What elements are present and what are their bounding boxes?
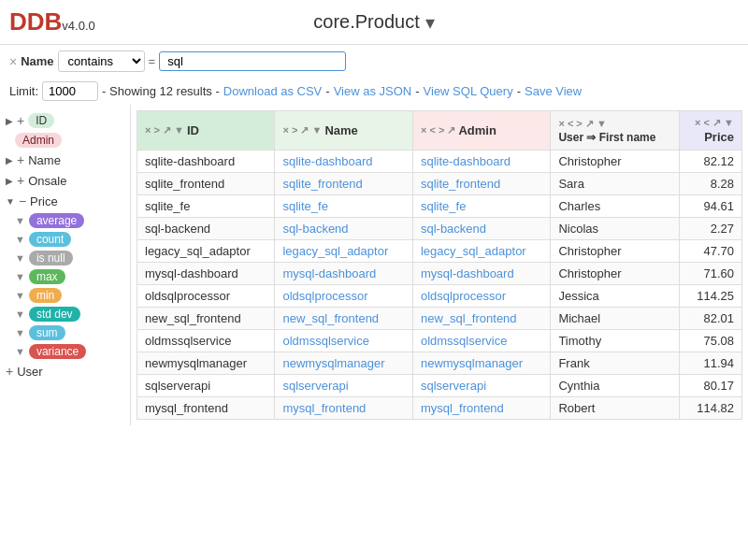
sidebar-price-stddev[interactable]: ▼ std dev [9,305,130,323]
cell-name[interactable]: legacy_sql_adaptor [275,240,412,263]
cell-admin[interactable]: oldsqlprocessor [412,285,550,308]
cell-admin[interactable]: oldmssqlservice [412,330,550,352]
table-row[interactable]: sqlite_fe sqlite_fe sqlite_fe Charles 94… [137,195,742,218]
cell-id: sql-backend [137,218,275,240]
col-price-sort-controls[interactable]: × < ↗ ▼ [695,117,734,129]
filter-value-input[interactable] [159,51,346,71]
sidebar-price-average[interactable]: ▼ average [9,211,130,230]
filter-field-label: Name [21,54,53,68]
view-sql-link[interactable]: View SQL Query [424,84,513,98]
filter-remove-icon[interactable]: × [9,54,17,69]
filter-operator-select[interactable]: contains equals starts with ends with is… [58,50,145,72]
sidebar-expand-name[interactable]: ▶ [6,155,13,165]
cell-admin[interactable]: newmysqlmanager [412,352,550,375]
cell-user-first: Timothy [551,330,680,352]
cell-admin[interactable]: legacy_sql_adaptor [412,240,550,263]
filter-icon-variance[interactable]: ▼ [15,346,25,357]
cell-user-first: Nicolas [551,218,680,240]
cell-name[interactable]: newmysqlmanager [275,352,412,375]
col-admin-sort-controls[interactable]: × < > ↗ [421,124,455,136]
sidebar-expand-id[interactable]: ▶ [6,116,13,126]
sidebar-price-min[interactable]: ▼ min [9,286,130,305]
cell-name[interactable]: mysql-dashboard [275,263,412,285]
table-row[interactable]: legacy_sql_adaptor legacy_sql_adaptor le… [137,240,742,263]
filter-icon-min[interactable]: ▼ [15,290,25,301]
sidebar-label-price: Price [30,194,58,208]
sidebar-id-admin[interactable]: Admin [9,131,130,150]
cell-admin[interactable]: mysql_frontend [412,397,550,420]
cell-admin[interactable]: sql-backend [412,218,550,240]
cell-admin[interactable]: sqlite_fe [412,195,550,218]
view-json-link[interactable]: View as JSON [334,84,412,98]
filter-icon-stddev[interactable]: ▼ [15,309,25,320]
col-header-user-first[interactable]: × < > ↗ ▼ User ⇒ First name [551,111,680,151]
sidebar-item-name[interactable]: ▶ + Name [0,150,130,170]
sidebar-item-user[interactable]: + User [0,361,130,381]
col-id-sort-controls[interactable]: × > ↗ ▼ [145,124,184,136]
cell-name[interactable]: mysql_frontend [275,397,412,420]
table-row[interactable]: sql-backend sql-backend sql-backend Nico… [137,218,742,240]
cell-name[interactable]: sqlite_fe [275,195,412,218]
minus-icon-price[interactable]: − [19,194,26,208]
col-user-sort-controls[interactable]: × < > ↗ ▼ [558,118,671,130]
sidebar-price-isnull[interactable]: ▼ is null [9,249,130,267]
sidebar-price-count[interactable]: ▼ count [9,230,130,249]
col-header-id[interactable]: × > ↗ ▼ ID [137,111,275,151]
save-view-link[interactable]: Save View [525,84,582,98]
col-header-admin[interactable]: × < > ↗ Admin [412,111,550,151]
results-text: - Showing 12 results - [102,84,220,98]
table-row[interactable]: mysql-dashboard mysql-dashboard mysql-da… [137,263,742,285]
sidebar-price-max[interactable]: ▼ max [9,267,130,286]
table-row[interactable]: mysql_frontend mysql_frontend mysql_fron… [137,397,742,420]
cell-name[interactable]: sqlite-dashboard [275,151,412,173]
table-row[interactable]: oldsqlprocessor oldsqlprocessor oldsqlpr… [137,285,742,308]
sidebar-pill-sum: sum [29,325,65,340]
cell-admin[interactable]: sqlite_frontend [412,173,550,195]
col-name-sort-controls[interactable]: × > ↗ ▼ [282,124,322,136]
sidebar-item-price[interactable]: ▼ − Price [0,191,130,211]
cell-name[interactable]: sqlserverapi [275,375,412,397]
sidebar-item-id[interactable]: ▶ + ID [0,110,130,131]
cell-name[interactable]: sql-backend [275,218,412,240]
sidebar-price-sum[interactable]: ▼ sum [9,323,130,342]
filter-icon-average[interactable]: ▼ [15,215,25,226]
cell-admin[interactable]: mysql-dashboard [412,263,550,285]
sidebar-expand-price[interactable]: ▼ [6,196,15,207]
cell-admin[interactable]: sqlserverapi [412,375,550,397]
limit-input[interactable] [42,81,98,101]
table-row[interactable]: sqlserverapi sqlserverapi sqlserverapi C… [137,375,742,397]
cell-name[interactable]: new_sql_frontend [275,308,412,330]
cell-name[interactable]: oldmssqlservice [275,330,412,352]
cell-price: 8.28 [679,173,741,195]
title-dropdown-arrow[interactable]: ▾ [425,11,435,34]
data-table: × > ↗ ▼ ID × > ↗ ▼ Name × < > ↗ Ad [137,110,742,420]
filter-icon-count[interactable]: ▼ [15,234,25,245]
plus-icon-id[interactable]: + [17,113,24,128]
plus-icon-name[interactable]: + [17,152,24,167]
cell-admin[interactable]: sqlite-dashboard [412,151,550,173]
sidebar-item-onsale[interactable]: ▶ + Onsale [0,170,130,191]
sidebar-expand-onsale[interactable]: ▶ [6,176,13,186]
cell-admin[interactable]: new_sql_frontend [412,308,550,330]
cell-price: 71.60 [679,263,741,285]
filter-icon-isnull[interactable]: ▼ [15,252,25,264]
table-row[interactable]: sqlite-dashboard sqlite-dashboard sqlite… [137,151,742,173]
filter-icon-sum[interactable]: ▼ [15,327,25,338]
cell-id: oldmssqlservice [137,330,275,352]
table-row[interactable]: newmysqlmanager newmysqlmanager newmysql… [137,352,742,375]
table-row[interactable]: sqlite_frontend sqlite_frontend sqlite_f… [137,173,742,195]
cell-name[interactable]: sqlite_frontend [275,173,412,195]
main-layout: ▶ + ID Admin ▶ + Name ▶ + Onsale ▼ − Pri… [0,105,748,425]
sidebar: ▶ + ID Admin ▶ + Name ▶ + Onsale ▼ − Pri… [0,105,131,425]
download-csv-link[interactable]: Download as CSV [223,84,323,98]
filter-icon-max[interactable]: ▼ [15,271,25,282]
cell-name[interactable]: oldsqlprocessor [275,285,412,308]
col-header-price[interactable]: × < ↗ ▼ Price [679,111,741,151]
table-row[interactable]: new_sql_frontend new_sql_frontend new_sq… [137,308,742,330]
app-logo: DDBv4.0.0 [9,7,95,36]
sidebar-price-variance[interactable]: ▼ variance [9,342,130,361]
table-row[interactable]: oldmssqlservice oldmssqlservice oldmssql… [137,330,742,352]
plus-icon-onsale[interactable]: + [17,173,24,188]
plus-icon-user[interactable]: + [6,364,13,379]
col-header-name[interactable]: × > ↗ ▼ Name [275,111,412,151]
